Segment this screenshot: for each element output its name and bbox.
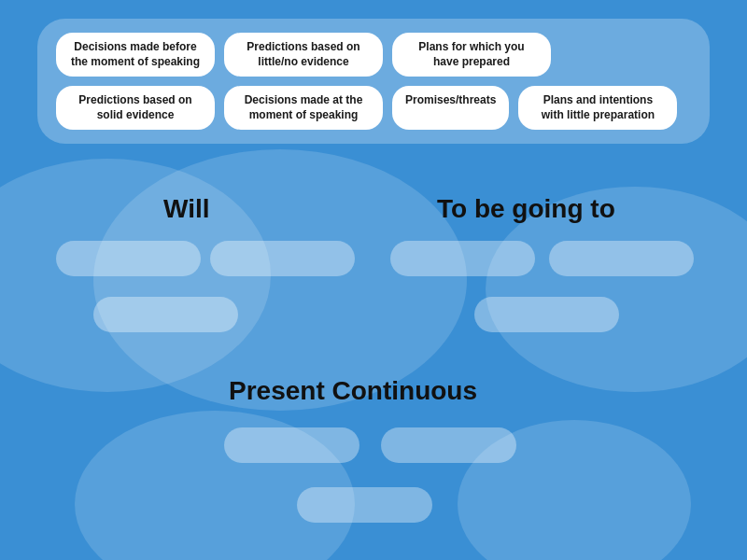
- answer-pill-9[interactable]: [297, 487, 432, 523]
- answer-pill-2[interactable]: [210, 241, 355, 276]
- answer-pill-3[interactable]: [390, 241, 535, 276]
- answer-pill-6[interactable]: [474, 297, 619, 332]
- tag-predictions-little-evidence[interactable]: Predictions based on little/no evidence: [224, 33, 383, 77]
- will-label: Will: [163, 194, 210, 224]
- tag-plans-prepared[interactable]: Plans for which you have prepared: [392, 33, 551, 77]
- present-continuous-label: Present Continuous: [229, 376, 477, 406]
- answer-pill-1[interactable]: [56, 241, 201, 276]
- tag-promises-threats[interactable]: Promises/threats: [392, 86, 509, 130]
- tag-decisions-at-moment[interactable]: Decisions made at the moment of speaking: [224, 86, 383, 130]
- tag-predictions-solid-evidence[interactable]: Predictions based on solid evidence: [56, 86, 215, 130]
- tags-container: Decisions made before the moment of spea…: [37, 19, 710, 144]
- answer-pill-8[interactable]: [381, 427, 516, 463]
- tag-decisions-before[interactable]: Decisions made before the moment of spea…: [56, 33, 215, 77]
- answer-pill-5[interactable]: [93, 297, 238, 332]
- answer-pill-4[interactable]: [549, 241, 694, 276]
- to-be-going-to-label: To be going to: [437, 194, 615, 224]
- answer-pill-7[interactable]: [224, 427, 359, 463]
- tag-plans-intentions[interactable]: Plans and intentions with little prepara…: [518, 86, 677, 130]
